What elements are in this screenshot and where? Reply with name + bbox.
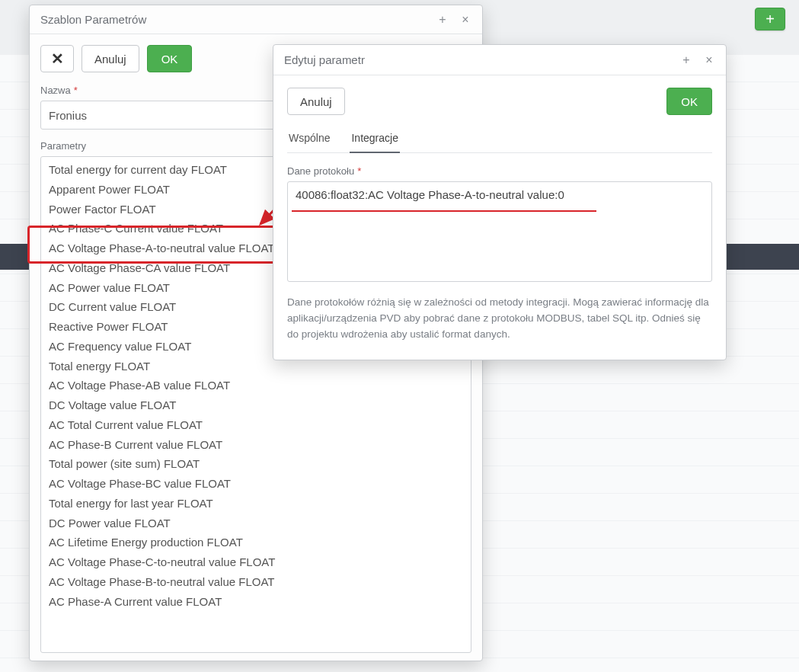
dialog1-header: Szablon Parametrów + × [30, 5, 482, 34]
list-item[interactable]: AC Voltage Phase-BC value FLOAT [41, 474, 471, 494]
dialog2-plus-icon[interactable]: + [680, 54, 692, 66]
list-item[interactable]: AC Voltage Phase-B-to-neutral value FLOA… [41, 572, 471, 592]
list-item[interactable]: AC Voltage Phase-C-to-neutral value FLOA… [41, 552, 471, 572]
annotation-underline [292, 210, 596, 212]
list-item[interactable]: DC Voltage value FLOAT [41, 395, 471, 415]
dialog1-x-button[interactable]: ✕ [40, 45, 74, 72]
dialog1-cancel-button[interactable]: Anuluj [81, 45, 139, 72]
dialog2-title: Edytuj parametr [284, 53, 365, 66]
list-item[interactable]: AC Phase-B Current value FLOAT [41, 435, 471, 455]
dialog2-close-icon[interactable]: × [703, 54, 715, 66]
plus-icon: + [765, 11, 775, 27]
list-item[interactable]: AC Total Current value FLOAT [41, 415, 471, 435]
dialog2-header: Edytuj parametr + × [273, 45, 726, 75]
dialog1-title: Szablon Parametrów [40, 13, 146, 26]
dialog2-ok-button[interactable]: OK [666, 88, 712, 115]
protocol-data-input[interactable] [287, 181, 712, 282]
dialog1-close-icon[interactable]: × [459, 14, 471, 26]
list-item[interactable]: Total power (site sum) FLOAT [41, 454, 471, 474]
edit-parameter-dialog: Edytuj parametr + × Anuluj OK Wspólne In… [273, 44, 727, 360]
dialog2-cancel-button[interactable]: Anuluj [287, 88, 345, 115]
dialog1-ok-button[interactable]: OK [147, 45, 193, 72]
list-item[interactable]: AC Lifetime Energy production FLOAT [41, 533, 471, 552]
list-item[interactable]: AC Phase-A Current value FLOAT [41, 592, 471, 612]
list-item[interactable]: Total energy for last year FLOAT [41, 494, 471, 514]
tab-bar: Wspólne Integracje [287, 127, 712, 153]
list-item[interactable]: DC Power value FLOAT [41, 514, 471, 533]
protocol-hint: Dane protokołów różnią się w zależności … [287, 295, 712, 343]
protocol-data-label: Dane protokołu* [287, 165, 712, 177]
tab-common[interactable]: Wspólne [287, 127, 331, 153]
dialog1-plus-icon[interactable]: + [436, 14, 449, 26]
add-button[interactable]: + [755, 8, 785, 30]
tab-integration[interactable]: Integracje [350, 127, 399, 153]
list-item[interactable]: AC Voltage Phase-AB value FLOAT [41, 376, 471, 395]
